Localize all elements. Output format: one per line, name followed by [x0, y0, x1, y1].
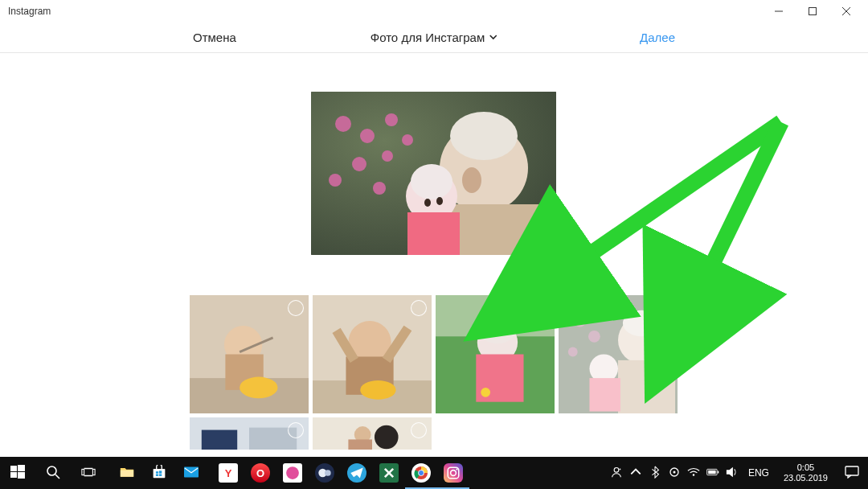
svg-rect-57 [10, 472, 17, 478]
folder-icon [120, 465, 134, 482]
album-picker[interactable]: Фото для Инстаграм [371, 31, 498, 44]
selection-circle-icon [411, 300, 427, 316]
tray-notifications[interactable] [836, 457, 868, 489]
location-icon [668, 466, 681, 481]
window-titlebar: Instagram [0, 0, 868, 23]
taskbar-app-opera[interactable]: O [244, 457, 276, 489]
svg-point-6 [329, 174, 342, 187]
tray-location[interactable] [665, 457, 684, 489]
selection-circle-icon [288, 300, 304, 316]
svg-rect-90 [845, 466, 858, 475]
wifi-icon [687, 466, 700, 481]
svg-point-75 [325, 470, 331, 476]
window-close-button[interactable] [829, 0, 863, 23]
task-view-icon [81, 465, 96, 482]
chevron-down-icon [488, 31, 497, 44]
tray-wifi[interactable] [684, 457, 703, 489]
selection-circle-icon [288, 422, 304, 438]
multi-select-button[interactable] [525, 265, 551, 291]
photo-thumb-3[interactable] [436, 295, 555, 413]
selection-circle-icon [534, 300, 550, 316]
svg-point-40 [568, 347, 578, 357]
svg-point-12 [462, 167, 481, 193]
taskbar-app-generic-1[interactable] [276, 457, 309, 489]
photo-thumb-5[interactable] [190, 417, 309, 450]
tray-volume[interactable] [723, 457, 742, 489]
people-icon [610, 466, 623, 481]
svg-rect-45 [589, 378, 620, 411]
svg-point-81 [456, 468, 457, 470]
svg-point-15 [411, 164, 452, 199]
svg-point-3 [360, 129, 375, 143]
svg-line-60 [55, 475, 59, 479]
photo-thumb-1[interactable] [190, 295, 309, 413]
svg-point-82 [614, 467, 619, 472]
svg-point-34 [480, 318, 515, 344]
notifications-icon [845, 466, 859, 481]
window-maximize-button[interactable] [796, 0, 829, 23]
svg-point-83 [619, 468, 620, 470]
taskbar-app-mail[interactable] [175, 457, 207, 489]
app-icon [283, 463, 302, 483]
svg-point-86 [693, 474, 694, 475]
tray-people-button[interactable] [607, 457, 626, 489]
clock-date: 23.05.2019 [784, 473, 828, 483]
svg-line-53 [569, 122, 781, 269]
cancel-button[interactable]: Отмена [193, 31, 236, 44]
svg-point-36 [481, 388, 490, 397]
photo-preview[interactable] [311, 92, 556, 255]
svg-point-38 [574, 315, 586, 327]
next-button[interactable]: Далее [640, 31, 675, 44]
taskbar-app-telegram[interactable] [341, 457, 373, 489]
svg-point-85 [673, 471, 675, 473]
svg-point-78 [419, 471, 424, 475]
tray-bluetooth[interactable] [645, 457, 665, 489]
svg-point-80 [451, 471, 457, 476]
svg-rect-70 [156, 474, 158, 475]
tray-battery[interactable] [703, 457, 723, 489]
svg-point-8 [402, 134, 413, 146]
chrome-icon [411, 463, 431, 483]
tray-overflow-button[interactable] [626, 457, 645, 489]
svg-rect-88 [708, 470, 715, 473]
svg-rect-47 [202, 430, 237, 450]
photo-thumb-6[interactable] [313, 417, 432, 450]
selection-order-badge: 1 [657, 300, 673, 316]
svg-point-5 [352, 157, 366, 171]
album-title: Фото для Инстаграм [371, 31, 485, 44]
window-minimize-button[interactable] [762, 0, 796, 23]
taskbar-app-explorer[interactable] [111, 457, 143, 489]
svg-rect-69 [159, 471, 162, 473]
taskbar-app-generic-2[interactable] [309, 457, 341, 489]
language-label: ENG [748, 467, 769, 479]
start-button[interactable] [0, 457, 35, 489]
battery-icon [706, 466, 719, 481]
svg-rect-37 [559, 295, 678, 413]
svg-point-50 [375, 425, 399, 450]
svg-rect-71 [159, 474, 162, 475]
taskbar-app-excel[interactable] [373, 457, 405, 489]
task-view-button[interactable] [71, 457, 106, 489]
mail-icon [184, 465, 199, 482]
windows-icon [10, 465, 25, 482]
svg-line-54 [701, 122, 781, 288]
photo-thumb-2[interactable] [313, 295, 432, 413]
app-icon [315, 463, 334, 483]
taskbar-app-store[interactable] [143, 457, 175, 489]
search-button[interactable] [35, 457, 71, 489]
taskbar-app-chrome[interactable] [405, 457, 437, 489]
svg-rect-43 [618, 360, 675, 413]
svg-point-41 [618, 316, 665, 364]
svg-rect-19 [534, 273, 541, 280]
svg-point-25 [240, 377, 277, 399]
selection-circle-icon [411, 422, 427, 438]
taskbar-app-yandex[interactable]: Y [212, 457, 244, 489]
taskbar-app-instagram[interactable] [437, 457, 469, 489]
tray-language[interactable]: ENG [742, 467, 776, 479]
svg-point-18 [436, 197, 443, 205]
instagram-icon [444, 463, 463, 483]
svg-point-44 [589, 355, 618, 384]
tray-clock[interactable]: 0:05 23.05.2019 [776, 462, 836, 483]
photo-grid: 1 [190, 295, 688, 454]
photo-thumb-4[interactable]: 1 [559, 295, 678, 413]
